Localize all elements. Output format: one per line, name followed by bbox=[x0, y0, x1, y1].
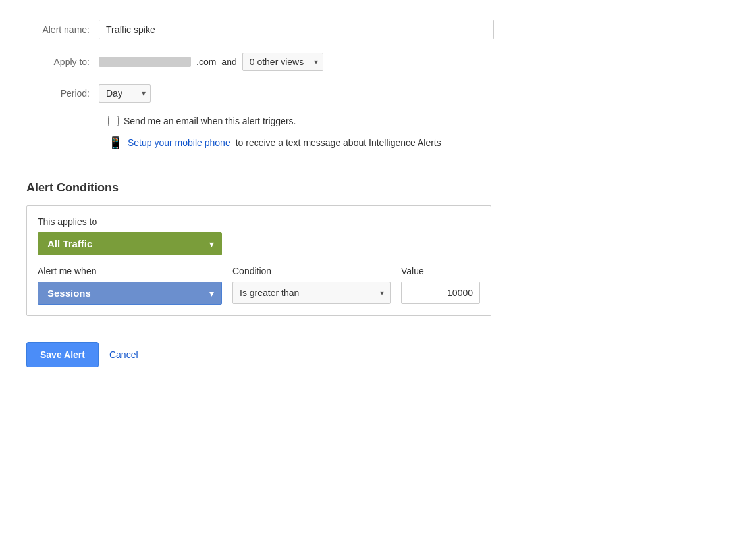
value-col: Value bbox=[401, 266, 480, 304]
sessions-select[interactable]: Sessions bbox=[38, 282, 222, 305]
value-input[interactable] bbox=[401, 282, 480, 304]
sessions-select-wrapper: Sessions bbox=[38, 282, 222, 305]
alert-name-input[interactable] bbox=[99, 20, 494, 39]
alert-name-label: Alert name: bbox=[26, 24, 99, 35]
period-select-wrapper: Day Week Month bbox=[99, 84, 151, 103]
save-alert-button[interactable]: Save Alert bbox=[26, 342, 99, 367]
condition-label: Condition bbox=[232, 266, 391, 276]
email-checkbox-row: Send me an email when this alert trigger… bbox=[108, 116, 730, 126]
value-label: Value bbox=[401, 266, 480, 276]
mobile-phone-row: 📱 Setup your mobile phone to receive a t… bbox=[108, 136, 730, 150]
conditions-detail-row: Alert me when Sessions Condition Is grea… bbox=[38, 266, 480, 305]
mobile-phone-link[interactable]: Setup your mobile phone bbox=[128, 138, 230, 148]
period-select[interactable]: Day Week Month bbox=[99, 84, 151, 103]
alert-conditions-section: Alert Conditions This applies to All Tra… bbox=[26, 170, 730, 316]
condition-col: Condition Is greater than Is less than %… bbox=[232, 266, 391, 304]
alert-conditions-title: Alert Conditions bbox=[26, 181, 730, 195]
condition-select[interactable]: Is greater than Is less than % increases… bbox=[232, 282, 391, 304]
cancel-button[interactable]: Cancel bbox=[109, 349, 138, 360]
all-traffic-select-wrapper: All Traffic bbox=[38, 232, 222, 255]
buttons-row: Save Alert Cancel bbox=[26, 342, 730, 367]
mobile-phone-icon: 📱 bbox=[108, 136, 122, 150]
applies-to-label: This applies to bbox=[38, 216, 480, 227]
mobile-phone-suffix: to receive a text message about Intellig… bbox=[236, 138, 441, 148]
domain-com: .com bbox=[196, 57, 216, 67]
other-views-select[interactable]: 0 other views bbox=[242, 53, 323, 71]
and-conjunction: and bbox=[221, 57, 236, 67]
alert-me-when-label: Alert me when bbox=[38, 266, 222, 276]
apply-to-row: .com and 0 other views bbox=[99, 53, 323, 71]
period-label: Period: bbox=[26, 88, 99, 99]
alert-me-when-col: Alert me when Sessions bbox=[38, 266, 222, 305]
all-traffic-select[interactable]: All Traffic bbox=[38, 232, 222, 255]
email-checkbox[interactable] bbox=[108, 116, 119, 126]
email-checkbox-label: Send me an email when this alert trigger… bbox=[124, 116, 296, 126]
other-views-select-wrapper: 0 other views bbox=[242, 53, 323, 71]
domain-blurred bbox=[99, 57, 191, 67]
condition-select-wrapper: Is greater than Is less than % increases… bbox=[232, 282, 391, 304]
conditions-box: This applies to All Traffic Alert me whe… bbox=[26, 205, 491, 316]
apply-to-label: Apply to: bbox=[26, 57, 99, 67]
